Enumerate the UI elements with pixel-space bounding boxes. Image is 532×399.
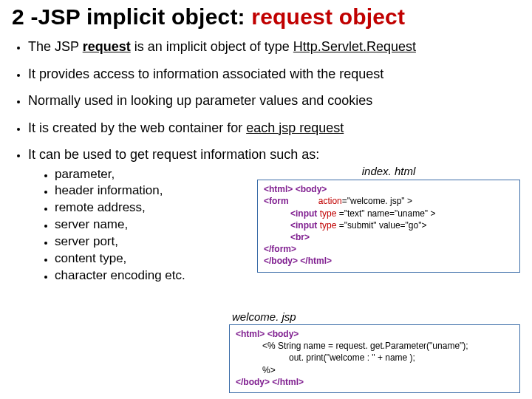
sub-item: server port,: [55, 233, 250, 250]
code-line: <input type ="submit" value="go">: [264, 219, 514, 231]
code-line: <br>: [264, 231, 514, 243]
code-text: ="welcome. jsp" >: [342, 196, 412, 206]
code-attr: action: [318, 196, 342, 206]
title-accent: request object: [251, 4, 405, 29]
code-col: index. html <html> <body> <form action="…: [257, 163, 520, 273]
bullet-list: The JSP request is an implicit object of…: [12, 38, 520, 284]
code-line: <% String name = request. get.Parameter(…: [236, 340, 514, 352]
index-file-label: index. html: [257, 165, 520, 179]
code-line: <html> <body>: [264, 184, 327, 194]
slide-title: 2 -JSP implicit object: request object: [12, 4, 520, 30]
sub-item: character encoding etc.: [55, 267, 250, 284]
slide: 2 -JSP implicit object: request object T…: [0, 0, 532, 399]
text: It can be used to get request informatio…: [28, 147, 319, 162]
sub-list: parameter, header information, remote ad…: [28, 166, 250, 285]
sub-item: server name,: [55, 216, 250, 233]
text: The JSP: [28, 39, 83, 54]
text-emph: request: [83, 39, 131, 54]
text: It is created by the web container for: [28, 120, 246, 135]
code-line: </form>: [264, 244, 296, 254]
welcome-code-box: <html> <body> <% String name = request. …: [229, 324, 520, 393]
title-prefix: 2 -JSP implicit object:: [12, 4, 251, 29]
sub-item: parameter,: [55, 166, 250, 183]
welcome-block: welcome. jsp <html> <body> <% String nam…: [229, 310, 520, 393]
code-line: <input type ="text" name="uname" >: [264, 208, 514, 219]
bullet-2: It provides access to information associ…: [28, 66, 520, 83]
text-underline: each jsp request: [246, 120, 344, 135]
bullet-3: Normally used in looking up parameter va…: [28, 92, 520, 109]
text-underline: Http.Servlet.Request: [293, 39, 416, 54]
sub-item: remote address,: [55, 200, 250, 216]
bullet-4: It is created by the web container for e…: [28, 120, 520, 137]
two-column: parameter, header information, remote ad…: [28, 163, 520, 285]
bullet-5: It can be used to get request informatio…: [28, 146, 520, 284]
code-line: %>: [236, 364, 514, 376]
code-line: </body> </html>: [236, 377, 304, 387]
code-line: <html> <body>: [236, 329, 299, 339]
sub-item: content type,: [55, 250, 250, 267]
welcome-file-label: welcome. jsp: [232, 310, 520, 323]
code-line: </body> </html>: [264, 256, 332, 266]
code-line: out. print("welcome : " + name );: [236, 352, 514, 364]
code-tag: <form: [264, 196, 289, 206]
sub-item: header information,: [55, 183, 250, 200]
sub-list-col: parameter, header information, remote ad…: [28, 163, 250, 285]
index-code-box: <html> <body> <form action="welcome. jsp…: [257, 180, 520, 272]
text: is an implicit object of type: [131, 39, 293, 54]
bullet-1: The JSP request is an implicit object of…: [28, 38, 520, 55]
